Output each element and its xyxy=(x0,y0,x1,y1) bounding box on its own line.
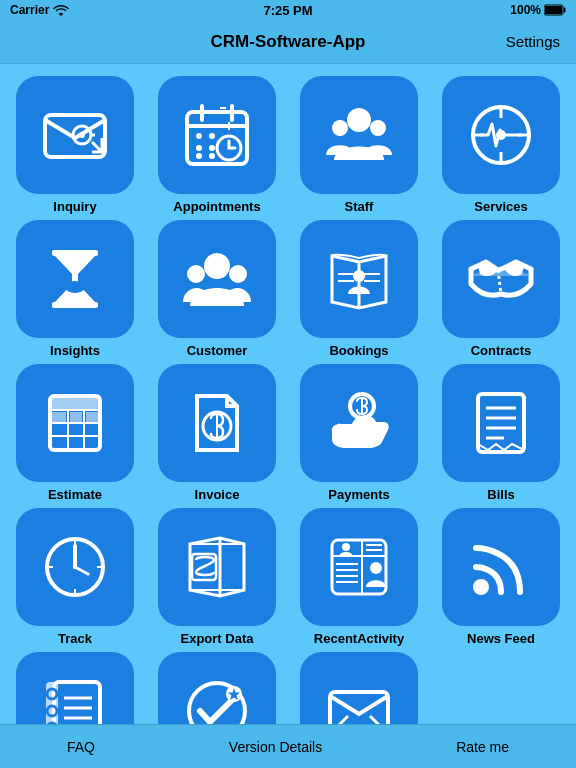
svg-point-82 xyxy=(473,579,489,595)
app-item-inquiry[interactable]: Inquiry xyxy=(8,76,142,214)
svg-point-23 xyxy=(370,120,386,136)
app-label-newsfeed: News Feed xyxy=(467,631,535,646)
faq-button[interactable]: FAQ xyxy=(67,739,95,755)
battery-label: 100% xyxy=(510,3,541,17)
app-icon-appointments xyxy=(158,76,276,194)
svg-point-37 xyxy=(353,270,365,282)
app-label-inquiry: Inquiry xyxy=(53,199,96,214)
settings-button[interactable]: Settings xyxy=(506,33,560,50)
app-item-staff[interactable]: Staff xyxy=(292,76,426,214)
app-icon-services xyxy=(442,76,560,194)
rate-me-button[interactable]: Rate me xyxy=(456,739,509,755)
app-item-recentactivity[interactable]: RecentActivity xyxy=(292,508,426,646)
carrier-label: Carrier xyxy=(10,3,49,17)
app-item-bookings[interactable]: Bookings xyxy=(292,220,426,358)
insights-icon xyxy=(40,244,110,314)
app-item-newsfeed[interactable]: News Feed xyxy=(434,508,568,646)
time-label: 7:25 PM xyxy=(263,3,312,18)
staff-icon xyxy=(324,100,394,170)
app-label-bills: Bills xyxy=(487,487,514,502)
svg-rect-1 xyxy=(564,8,566,13)
app-label-estimate: Estimate xyxy=(48,487,102,502)
app-icon-track xyxy=(16,508,134,626)
inquiry-icon xyxy=(40,100,110,170)
app-icon-bills xyxy=(442,364,560,482)
app-icon-contracts xyxy=(442,220,560,338)
nav-title: CRM-Software-App xyxy=(211,32,366,52)
services-icon xyxy=(466,100,536,170)
svg-rect-51 xyxy=(86,412,98,422)
svg-point-5 xyxy=(79,132,85,138)
svg-point-33 xyxy=(204,253,230,279)
estimate-icon xyxy=(40,388,110,458)
app-icon-payments xyxy=(300,364,418,482)
app-item-appointments[interactable]: Appointments xyxy=(150,76,284,214)
app-icon-inquiry xyxy=(16,76,134,194)
svg-point-34 xyxy=(187,265,205,283)
payments-icon xyxy=(324,388,394,458)
svg-point-35 xyxy=(229,265,247,283)
app-grid-row3: Estimate Invoice xyxy=(8,358,568,502)
app-icon-customer xyxy=(158,220,276,338)
app-item-exportdata[interactable]: Export Data xyxy=(150,508,284,646)
svg-rect-50 xyxy=(70,412,82,422)
app-icon-exportdata xyxy=(158,508,276,626)
app-label-appointments: Appointments xyxy=(173,199,260,214)
svg-point-14 xyxy=(196,133,202,139)
customer-icon xyxy=(182,244,252,314)
app-label-exportdata: Export Data xyxy=(181,631,254,646)
bookings-icon xyxy=(324,244,394,314)
app-icon-estimate xyxy=(16,364,134,482)
app-icon-invoice xyxy=(158,364,276,482)
svg-rect-49 xyxy=(52,412,66,422)
app-item-payments[interactable]: Payments xyxy=(292,364,426,502)
svg-point-19 xyxy=(209,153,215,159)
app-item-contracts[interactable]: Contracts xyxy=(434,220,568,358)
app-item-customer[interactable]: Customer xyxy=(150,220,284,358)
app-label-services: Services xyxy=(474,199,528,214)
track-icon xyxy=(40,532,110,602)
app-icon-newsfeed xyxy=(442,508,560,626)
app-grid-row2: Insights Customer xyxy=(8,214,568,358)
app-icon-staff xyxy=(300,76,418,194)
contracts-icon xyxy=(466,244,536,314)
app-item-services[interactable]: Services xyxy=(434,76,568,214)
battery-area: 100% xyxy=(510,3,566,17)
svg-line-62 xyxy=(75,567,88,574)
nav-bar: CRM-Software-App Settings xyxy=(0,20,576,64)
svg-point-21 xyxy=(347,108,371,132)
bottom-bar: FAQ Version Details Rate me xyxy=(0,724,576,768)
app-item-invoice[interactable]: Invoice xyxy=(150,364,284,502)
status-left: Carrier xyxy=(10,3,69,17)
wifi-icon xyxy=(53,4,69,16)
app-label-insights: Insights xyxy=(50,343,100,358)
svg-rect-31 xyxy=(52,302,98,308)
battery-icon xyxy=(544,4,566,16)
app-icon-bookings xyxy=(300,220,418,338)
app-label-payments: Payments xyxy=(328,487,389,502)
version-details-button[interactable]: Version Details xyxy=(229,739,322,755)
svg-rect-48 xyxy=(51,397,99,409)
app-item-bills[interactable]: Bills xyxy=(434,364,568,502)
app-item-track[interactable]: Track xyxy=(8,508,142,646)
app-label-staff: Staff xyxy=(345,199,374,214)
app-label-invoice: Invoice xyxy=(195,487,240,502)
app-item-estimate[interactable]: Estimate xyxy=(8,364,142,502)
app-label-contracts: Contracts xyxy=(471,343,532,358)
app-icon-insights xyxy=(16,220,134,338)
appointments-icon xyxy=(182,100,252,170)
app-item-insights[interactable]: Insights xyxy=(8,220,142,358)
newsfeed-icon xyxy=(466,532,536,602)
svg-point-16 xyxy=(196,145,202,151)
app-label-bookings: Bookings xyxy=(329,343,388,358)
svg-point-18 xyxy=(196,153,202,159)
svg-rect-2 xyxy=(545,6,562,14)
svg-point-15 xyxy=(209,133,215,139)
status-bar: Carrier 7:25 PM 100% xyxy=(0,0,576,20)
svg-point-74 xyxy=(342,543,350,551)
svg-point-32 xyxy=(65,281,85,293)
app-label-customer: Customer xyxy=(187,343,248,358)
app-grid-row1: Inquiry xyxy=(8,70,568,214)
svg-point-17 xyxy=(209,145,215,151)
app-label-track: Track xyxy=(58,631,92,646)
